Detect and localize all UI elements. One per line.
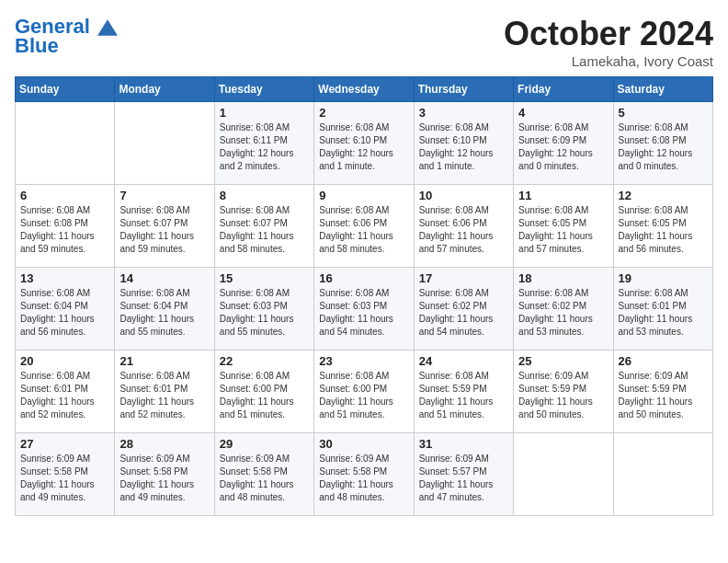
day-info: Sunrise: 6:09 AM Sunset: 5:59 PM Dayligh… <box>518 370 608 421</box>
day-number: 24 <box>419 354 508 368</box>
day-number: 8 <box>220 189 309 202</box>
day-number: 29 <box>220 437 309 451</box>
day-number: 2 <box>319 106 408 120</box>
title-block: October 2024 Lamekaha, Ivory Coast <box>504 15 713 69</box>
day-info: Sunrise: 6:08 AM Sunset: 6:02 PM Dayligh… <box>419 287 508 339</box>
calendar-cell: 6Sunrise: 6:08 AM Sunset: 6:08 PM Daylig… <box>16 185 115 268</box>
day-number: 22 <box>220 354 309 368</box>
day-number: 9 <box>319 189 408 202</box>
day-info: Sunrise: 6:09 AM Sunset: 5:57 PM Dayligh… <box>419 453 508 504</box>
weekday-header-row: SundayMondayTuesdayWednesdayThursdayFrid… <box>16 77 713 102</box>
calendar-cell <box>514 433 613 516</box>
day-info: Sunrise: 6:08 AM Sunset: 6:08 PM Dayligh… <box>619 121 708 173</box>
day-number: 14 <box>119 271 209 285</box>
day-number: 6 <box>20 189 109 202</box>
day-info: Sunrise: 6:08 AM Sunset: 6:04 PM Dayligh… <box>20 287 109 339</box>
day-info: Sunrise: 6:08 AM Sunset: 6:11 PM Dayligh… <box>220 121 309 173</box>
calendar-cell: 22Sunrise: 6:08 AM Sunset: 6:00 PM Dayli… <box>214 350 313 433</box>
day-number: 21 <box>119 354 209 368</box>
location: Lamekaha, Ivory Coast <box>504 53 713 69</box>
day-number: 19 <box>619 271 708 285</box>
day-info: Sunrise: 6:08 AM Sunset: 6:07 PM Dayligh… <box>119 204 209 256</box>
calendar-table: SundayMondayTuesdayWednesdayThursdayFrid… <box>15 76 713 516</box>
weekday-header-saturday: Saturday <box>613 77 712 102</box>
day-info: Sunrise: 6:08 AM Sunset: 6:10 PM Dayligh… <box>319 121 408 173</box>
svg-marker-0 <box>97 19 118 36</box>
day-number: 31 <box>419 437 508 451</box>
day-info: Sunrise: 6:08 AM Sunset: 6:01 PM Dayligh… <box>619 287 708 339</box>
calendar-cell <box>613 433 712 516</box>
calendar-cell: 14Sunrise: 6:08 AM Sunset: 6:04 PM Dayli… <box>115 268 214 350</box>
day-info: Sunrise: 6:08 AM Sunset: 6:02 PM Dayligh… <box>518 287 608 339</box>
calendar-cell: 5Sunrise: 6:08 AM Sunset: 6:08 PM Daylig… <box>613 102 712 185</box>
calendar-cell: 16Sunrise: 6:08 AM Sunset: 6:03 PM Dayli… <box>314 268 414 350</box>
month-title: October 2024 <box>504 15 713 53</box>
calendar-cell: 26Sunrise: 6:09 AM Sunset: 5:59 PM Dayli… <box>613 350 712 433</box>
day-info: Sunrise: 6:09 AM Sunset: 5:58 PM Dayligh… <box>20 453 109 504</box>
day-info: Sunrise: 6:08 AM Sunset: 6:10 PM Dayligh… <box>419 121 508 173</box>
day-number: 18 <box>518 271 608 285</box>
calendar-cell: 10Sunrise: 6:08 AM Sunset: 6:06 PM Dayli… <box>414 185 513 268</box>
day-info: Sunrise: 6:08 AM Sunset: 6:06 PM Dayligh… <box>319 204 408 256</box>
weekday-header-friday: Friday <box>514 77 613 102</box>
day-info: Sunrise: 6:08 AM Sunset: 6:09 PM Dayligh… <box>518 121 608 173</box>
day-number: 17 <box>419 271 508 285</box>
calendar-cell: 3Sunrise: 6:08 AM Sunset: 6:10 PM Daylig… <box>414 102 513 185</box>
day-info: Sunrise: 6:08 AM Sunset: 6:07 PM Dayligh… <box>220 204 309 256</box>
day-number: 4 <box>518 106 608 120</box>
calendar-cell: 24Sunrise: 6:08 AM Sunset: 5:59 PM Dayli… <box>414 350 513 433</box>
day-number: 23 <box>319 354 408 368</box>
day-number: 20 <box>20 354 109 368</box>
calendar-cell: 1Sunrise: 6:08 AM Sunset: 6:11 PM Daylig… <box>214 102 313 185</box>
calendar-cell: 2Sunrise: 6:08 AM Sunset: 6:10 PM Daylig… <box>314 102 414 185</box>
day-number: 30 <box>319 437 408 451</box>
day-info: Sunrise: 6:08 AM Sunset: 6:01 PM Dayligh… <box>119 370 209 421</box>
weekday-header-monday: Monday <box>115 77 214 102</box>
day-info: Sunrise: 6:08 AM Sunset: 6:00 PM Dayligh… <box>220 370 309 421</box>
week-row-3: 13Sunrise: 6:08 AM Sunset: 6:04 PM Dayli… <box>16 268 713 350</box>
day-number: 25 <box>518 354 608 368</box>
week-row-2: 6Sunrise: 6:08 AM Sunset: 6:08 PM Daylig… <box>16 185 713 268</box>
calendar-cell: 17Sunrise: 6:08 AM Sunset: 6:02 PM Dayli… <box>414 268 513 350</box>
calendar-cell <box>115 102 214 185</box>
calendar-cell: 28Sunrise: 6:09 AM Sunset: 5:58 PM Dayli… <box>115 433 214 516</box>
weekday-header-thursday: Thursday <box>414 77 513 102</box>
calendar-cell: 23Sunrise: 6:08 AM Sunset: 6:00 PM Dayli… <box>314 350 414 433</box>
calendar-cell: 15Sunrise: 6:08 AM Sunset: 6:03 PM Dayli… <box>214 268 313 350</box>
day-info: Sunrise: 6:09 AM Sunset: 5:58 PM Dayligh… <box>119 453 209 504</box>
day-number: 3 <box>419 106 508 120</box>
page-header: General Blue October 2024 Lamekaha, Ivor… <box>15 15 713 69</box>
calendar-cell: 19Sunrise: 6:08 AM Sunset: 6:01 PM Dayli… <box>613 268 712 350</box>
day-number: 1 <box>220 106 309 120</box>
day-number: 15 <box>220 271 309 285</box>
week-row-1: 1Sunrise: 6:08 AM Sunset: 6:11 PM Daylig… <box>16 102 713 185</box>
calendar-cell: 21Sunrise: 6:08 AM Sunset: 6:01 PM Dayli… <box>115 350 214 433</box>
calendar-cell: 8Sunrise: 6:08 AM Sunset: 6:07 PM Daylig… <box>214 185 313 268</box>
day-info: Sunrise: 6:08 AM Sunset: 6:00 PM Dayligh… <box>319 370 408 421</box>
day-info: Sunrise: 6:08 AM Sunset: 5:59 PM Dayligh… <box>419 370 508 421</box>
weekday-header-tuesday: Tuesday <box>214 77 313 102</box>
week-row-5: 27Sunrise: 6:09 AM Sunset: 5:58 PM Dayli… <box>16 433 713 516</box>
day-info: Sunrise: 6:09 AM Sunset: 5:59 PM Dayligh… <box>619 370 708 421</box>
calendar-cell: 29Sunrise: 6:09 AM Sunset: 5:58 PM Dayli… <box>214 433 313 516</box>
day-info: Sunrise: 6:09 AM Sunset: 5:58 PM Dayligh… <box>220 453 309 504</box>
day-info: Sunrise: 6:08 AM Sunset: 6:05 PM Dayligh… <box>518 204 608 256</box>
day-number: 7 <box>119 189 209 202</box>
day-number: 13 <box>20 271 109 285</box>
day-info: Sunrise: 6:08 AM Sunset: 6:03 PM Dayligh… <box>220 287 309 339</box>
day-number: 10 <box>419 189 508 202</box>
calendar-cell: 27Sunrise: 6:09 AM Sunset: 5:58 PM Dayli… <box>16 433 115 516</box>
day-info: Sunrise: 6:08 AM Sunset: 6:05 PM Dayligh… <box>619 204 708 256</box>
day-number: 27 <box>20 437 109 451</box>
day-info: Sunrise: 6:08 AM Sunset: 6:08 PM Dayligh… <box>20 204 109 256</box>
calendar-cell: 12Sunrise: 6:08 AM Sunset: 6:05 PM Dayli… <box>613 185 712 268</box>
calendar-cell: 25Sunrise: 6:09 AM Sunset: 5:59 PM Dayli… <box>514 350 613 433</box>
day-info: Sunrise: 6:09 AM Sunset: 5:58 PM Dayligh… <box>319 453 408 504</box>
calendar-cell: 7Sunrise: 6:08 AM Sunset: 6:07 PM Daylig… <box>115 185 214 268</box>
logo: General Blue <box>15 15 119 58</box>
weekday-header-wednesday: Wednesday <box>314 77 414 102</box>
day-info: Sunrise: 6:08 AM Sunset: 6:06 PM Dayligh… <box>419 204 508 256</box>
calendar-cell: 30Sunrise: 6:09 AM Sunset: 5:58 PM Dayli… <box>314 433 414 516</box>
day-info: Sunrise: 6:08 AM Sunset: 6:01 PM Dayligh… <box>20 370 109 421</box>
day-info: Sunrise: 6:08 AM Sunset: 6:03 PM Dayligh… <box>319 287 408 339</box>
